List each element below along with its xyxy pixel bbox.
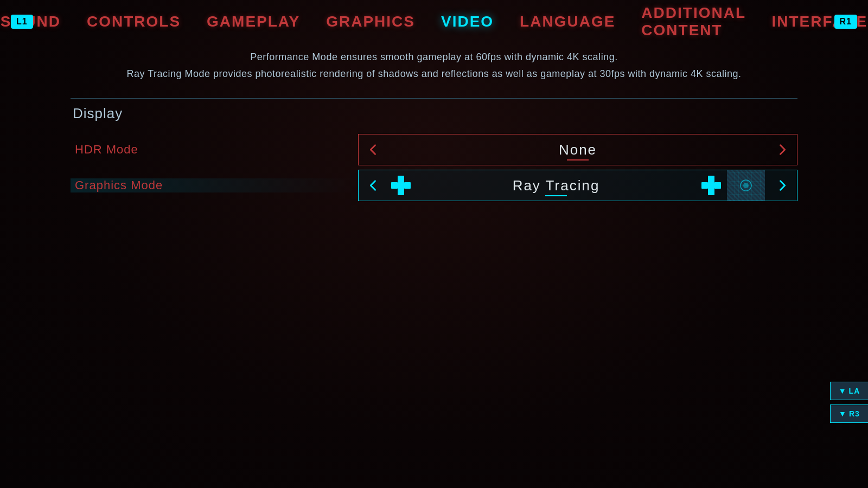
controller-thumb-area (724, 170, 768, 201)
svg-rect-3 (404, 182, 411, 189)
la-arrow: ▼ (839, 387, 847, 395)
thumb-pattern (730, 172, 762, 198)
r1-badge[interactable]: R1 (834, 15, 857, 29)
la-badge[interactable]: ▼ LA (830, 382, 868, 400)
controller-thumb (727, 170, 765, 201)
nav-item-language[interactable]: LANGUAGE (520, 13, 615, 30)
graphics-mode-label: Graphics Mode (71, 178, 358, 192)
info-line-1: Performance Mode ensures smooth gameplay… (22, 49, 846, 66)
r3-label: R3 (849, 409, 860, 418)
nav-items: SOUNDCONTROLSGAMEPLAYGRAPHICSVIDEOLANGUA… (1, 4, 867, 39)
l1-badge[interactable]: L1 (11, 15, 33, 29)
hdr-mode-value: None (388, 142, 768, 158)
dpad-right-icon (701, 176, 721, 195)
settings-page: L1 SOUNDCONTROLSGAMEPLAYGRAPHICSVIDEOLAN… (0, 0, 868, 488)
nav-item-video[interactable]: VIDEO (441, 13, 494, 30)
svg-rect-1 (398, 189, 404, 195)
graphics-mode-row: Graphics Mode (71, 169, 797, 202)
nav-item-gameplay[interactable]: GAMEPLAY (207, 13, 300, 30)
graphics-mode-value: Ray Tracing (414, 177, 698, 194)
svg-rect-8 (714, 182, 721, 189)
graphics-mode-box: Ray Tracing (358, 170, 797, 201)
dpad-left-icon (391, 176, 411, 195)
graphics-right-arrow[interactable] (768, 170, 797, 201)
nav-item-additional-content[interactable]: ADDITIONAL CONTENT (641, 4, 745, 39)
nav-item-controls[interactable]: CONTROLS (87, 13, 181, 30)
hdr-right-arrow[interactable] (768, 134, 797, 165)
svg-rect-5 (708, 176, 714, 182)
svg-point-11 (741, 180, 751, 191)
svg-rect-4 (398, 182, 404, 189)
svg-rect-6 (708, 189, 714, 195)
svg-rect-0 (398, 176, 404, 182)
info-text: Performance Mode ensures smooth gameplay… (0, 43, 868, 87)
svg-point-12 (743, 183, 749, 188)
settings-list: HDR Mode None (71, 133, 797, 202)
la-label: LA (849, 387, 860, 395)
section-divider (71, 98, 797, 99)
r3-arrow: ▼ (839, 409, 847, 418)
section-title: Display (71, 105, 797, 122)
graphics-left-arrow[interactable] (359, 170, 388, 201)
nav-item-graphics[interactable]: GRAPHICS (326, 13, 415, 30)
r3-badge[interactable]: ▼ R3 (830, 404, 868, 423)
info-line-2: Ray Tracing Mode provides photorealistic… (22, 66, 846, 82)
svg-rect-10 (730, 172, 762, 198)
hdr-mode-box: None (358, 134, 797, 165)
svg-rect-7 (701, 182, 708, 189)
hdr-left-arrow[interactable] (359, 134, 388, 165)
svg-rect-9 (708, 182, 714, 189)
hdr-mode-row: HDR Mode None (71, 133, 797, 166)
graphics-mode-control[interactable]: Ray Tracing (358, 169, 797, 202)
display-section: Display HDR Mode None (71, 98, 797, 202)
svg-rect-2 (391, 182, 398, 189)
hdr-mode-label: HDR Mode (71, 143, 358, 157)
hdr-mode-control[interactable]: None (358, 133, 797, 166)
bottom-right-badges: ▼ LA ▼ R3 (830, 382, 868, 423)
top-nav: L1 SOUNDCONTROLSGAMEPLAYGRAPHICSVIDEOLAN… (0, 0, 868, 43)
